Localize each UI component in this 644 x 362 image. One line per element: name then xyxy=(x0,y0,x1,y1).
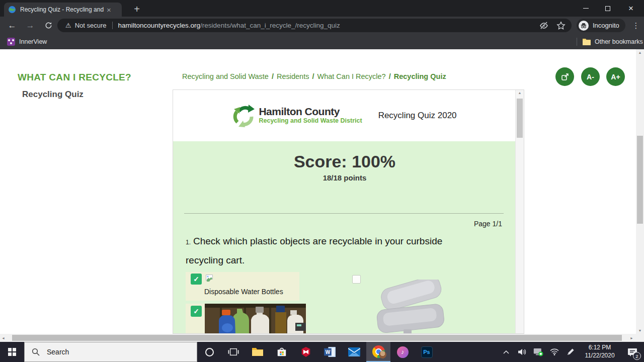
volume-button[interactable] xyxy=(514,342,530,362)
checkbox-checked-icon[interactable]: ✓ xyxy=(191,306,202,317)
mcafee-button[interactable] xyxy=(294,342,318,362)
other-bookmarks-button[interactable]: Other bookmarks xyxy=(583,34,643,49)
word-button[interactable]: W xyxy=(318,342,342,362)
font-decrease-button[interactable]: A- xyxy=(581,67,600,86)
scroll-down-icon[interactable]: ▼ xyxy=(636,329,644,332)
back-button[interactable]: ← xyxy=(5,17,19,34)
window-minimize-button[interactable] xyxy=(576,0,596,17)
search-icon xyxy=(32,348,40,356)
share-icon xyxy=(561,73,569,81)
forward-button[interactable]: → xyxy=(23,17,37,34)
taskbar-icons: W ♪ Ps xyxy=(197,342,439,362)
sidebar-item-recycling-quiz[interactable]: Recycling Quiz xyxy=(22,89,84,100)
share-button[interactable] xyxy=(555,67,574,86)
option-disposable-water-bottles[interactable]: ✓ Disposable Water Bottles xyxy=(186,272,299,301)
clock[interactable]: 6:12 PM 11/22/2020 xyxy=(579,344,621,359)
hamilton-county-logo: Hamilton County Recycling and Solid Wast… xyxy=(232,103,362,129)
breadcrumb-link-recycling-and-solid-waste[interactable]: Recycling and Solid Waste xyxy=(182,72,269,80)
tray-expand-button[interactable] xyxy=(498,342,514,362)
new-tab-button[interactable]: + xyxy=(130,2,144,16)
logo-line1: Hamilton County xyxy=(259,106,362,117)
wifi-button[interactable] xyxy=(546,342,562,362)
word-icon: W xyxy=(324,346,336,357)
task-view-icon xyxy=(228,347,239,357)
screen: Recycling Quiz - Recycling and So × + × … xyxy=(0,0,644,362)
vertical-scrollbar-thumb[interactable] xyxy=(637,136,643,224)
scroll-up-icon[interactable]: ▲ xyxy=(636,51,644,54)
bookmark-innerview-label: InnerView xyxy=(19,38,47,45)
page-vertical-scrollbar[interactable]: ▲ ▼ xyxy=(636,49,644,334)
breadcrumb-separator: / xyxy=(272,72,274,80)
question-1: 1.Check which plastic objects are recycl… xyxy=(186,232,460,269)
bookmarks-bar: InnerView Other bookmarks xyxy=(0,34,644,49)
display-app-button[interactable] xyxy=(530,342,546,362)
quiz-scrollbar-thumb[interactable] xyxy=(517,99,523,138)
font-increase-button[interactable]: A+ xyxy=(606,67,625,86)
detergent-bottles-photo xyxy=(205,304,306,334)
quiz-scrollbar[interactable]: ▲ xyxy=(515,90,524,334)
wifi-icon xyxy=(550,348,559,355)
microsoft-store-button[interactable] xyxy=(270,342,294,362)
window-maximize-button[interactable] xyxy=(598,0,618,17)
scrollbar-corner xyxy=(636,334,644,342)
page-indicator: Page 1/1 xyxy=(474,220,502,228)
scroll-right-icon[interactable]: ► xyxy=(630,334,633,342)
start-button[interactable] xyxy=(0,342,24,362)
page-title: WHAT CAN I RECYCLE? xyxy=(18,72,131,83)
quiz-title: Recycling Quiz 2020 xyxy=(378,111,457,121)
checkbox-unchecked-foam-clamshell[interactable] xyxy=(352,275,361,284)
cortana-button[interactable] xyxy=(197,342,221,362)
security-label[interactable]: Not secure xyxy=(75,22,107,29)
quiz-scroll-up-icon[interactable]: ▲ xyxy=(516,91,524,95)
mcafee-icon xyxy=(300,346,311,357)
tab-close-icon[interactable]: × xyxy=(107,6,111,14)
option-detergent-bottles[interactable]: ✓ xyxy=(186,304,306,334)
search-label: Search xyxy=(47,348,69,356)
pen-icon xyxy=(567,348,575,356)
microsoft-store-icon xyxy=(276,346,287,357)
checkbox-checked-icon[interactable]: ✓ xyxy=(191,274,202,285)
quiz-frame: Hamilton County Recycling and Solid Wast… xyxy=(173,89,524,334)
bookmarks-divider xyxy=(577,38,577,46)
incognito-icon xyxy=(579,21,589,31)
points-text: 18/18 points xyxy=(173,173,516,182)
address-bar[interactable]: ⚠ Not secure hamiltoncountyrecycles.org … xyxy=(57,19,572,32)
url-divider xyxy=(112,22,113,29)
cortana-icon xyxy=(205,348,214,356)
globe-favicon-icon xyxy=(8,6,16,14)
quiz-body: Score: 100% 18/18 points Page 1/1 1.Chec… xyxy=(173,141,516,334)
system-tray: 6:12 PM 11/22/2020 2 xyxy=(498,342,644,362)
file-explorer-icon xyxy=(252,347,264,357)
photoshop-button[interactable]: Ps xyxy=(415,342,439,362)
breadcrumb-link-residents[interactable]: Residents xyxy=(277,72,309,80)
window-close-button[interactable]: × xyxy=(621,0,641,17)
quiz-header: Hamilton County Recycling and Solid Wast… xyxy=(173,90,516,141)
breadcrumb-separator: / xyxy=(312,72,314,80)
refresh-button[interactable] xyxy=(41,17,55,34)
bookmark-innerview[interactable]: InnerView xyxy=(7,34,47,49)
chrome-button[interactable] xyxy=(366,342,390,362)
file-explorer-button[interactable] xyxy=(246,342,270,362)
mail-button[interactable] xyxy=(342,342,366,362)
itunes-button[interactable]: ♪ xyxy=(390,342,415,362)
incognito-label: Incognito xyxy=(593,22,619,29)
action-center-button[interactable]: 2 xyxy=(621,342,644,362)
incognito-badge: Incognito xyxy=(577,19,625,32)
breadcrumb-link-what-can-i-recycle[interactable]: What Can I Recycle? xyxy=(317,72,385,80)
tray-date: 11/22/2020 xyxy=(579,352,621,360)
eye-off-icon[interactable] xyxy=(539,21,548,30)
itunes-icon: ♪ xyxy=(397,346,409,358)
mail-icon xyxy=(348,347,360,356)
windows-logo-icon xyxy=(8,348,16,356)
tray-time: 6:12 PM xyxy=(579,344,621,352)
url-path: /residents/what_can_i_recycle_/recycling… xyxy=(200,22,340,29)
horizontal-scrollbar-thumb[interactable] xyxy=(12,335,622,341)
page-horizontal-scrollbar[interactable]: ◄ ► xyxy=(0,334,636,342)
scroll-left-icon[interactable]: ◄ xyxy=(2,334,5,342)
task-view-button[interactable] xyxy=(221,342,246,362)
taskbar-search-box[interactable]: Search xyxy=(24,342,197,362)
windows-ink-button[interactable] xyxy=(562,342,579,362)
bookmark-star-icon[interactable] xyxy=(556,21,566,30)
browser-menu-button[interactable]: ⋮ xyxy=(630,17,642,34)
browser-tab[interactable]: Recycling Quiz - Recycling and So × xyxy=(4,3,122,17)
